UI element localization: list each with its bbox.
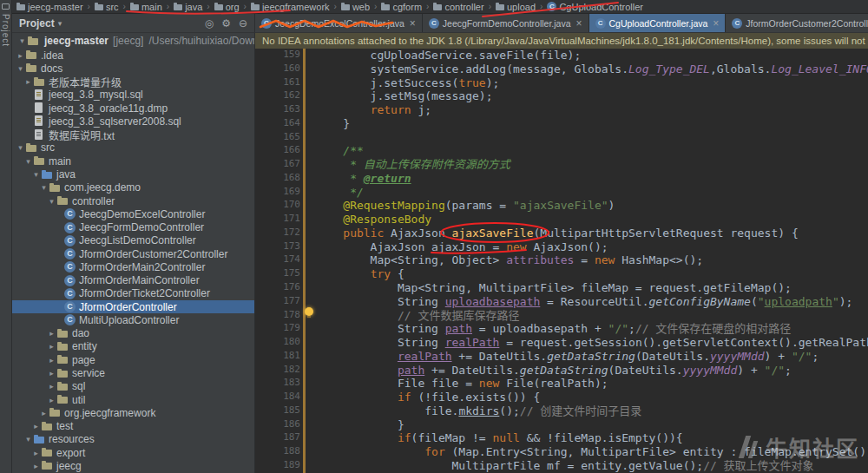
expand-arrow-icon[interactable]: ▾	[17, 36, 27, 45]
expand-arrow-icon[interactable]: ▸	[47, 369, 56, 378]
expand-arrow-icon[interactable]: ▸	[39, 409, 49, 417]
expand-arrow-icon[interactable]: ▾	[31, 170, 41, 179]
expand-arrow-icon[interactable]: ▸	[47, 382, 56, 391]
code-line[interactable]: 160 systemService.addLog(message, Global…	[255, 62, 868, 76]
tree-item[interactable]: CJformOrderTicket2Controller	[12, 287, 254, 300]
editor-tab[interactable]: CJeecgFormDemoController.java×	[423, 14, 589, 33]
expand-arrow-icon[interactable]: ▾	[16, 64, 25, 73]
expand-arrow-icon[interactable]: ▸	[47, 356, 56, 365]
code-line[interactable]: 183 File file = new File(realPath);	[255, 377, 868, 391]
line-number[interactable]: 163	[255, 103, 300, 117]
line-number[interactable]: 172	[255, 227, 300, 240]
breadcrumb-item[interactable]: java	[174, 2, 202, 12]
breadcrumb-item[interactable]: controller	[433, 2, 483, 12]
line-number[interactable]: 168	[255, 172, 300, 186]
breadcrumb-item[interactable]: jeecg-master	[16, 2, 83, 12]
breadcrumb-item[interactable]: src	[95, 2, 119, 12]
code-line[interactable]: 189 MultipartFile mf = entity.getValue()…	[255, 459, 868, 473]
expand-arrow-icon[interactable]: ▾	[23, 157, 33, 166]
code-line[interactable]: 172 public AjaxJson ajaxSaveFile(Multipa…	[255, 227, 868, 240]
tree-item[interactable]: jeecg_3.8_sqlserver2008.sql	[12, 115, 254, 128]
tree-item[interactable]: CJformOrderCustomer2Controller	[12, 247, 254, 260]
code-line[interactable]: 176 Map<String, MultipartFile> fileMap =…	[255, 281, 868, 295]
code-line[interactable]: 185 file.mkdirs();// 创建文件时间子目录	[255, 404, 868, 418]
code-line[interactable]: 166 /**	[255, 144, 868, 158]
breadcrumb-item[interactable]: CCgUploadController	[547, 2, 643, 12]
tree-item[interactable]: CJformOrderController	[12, 300, 254, 313]
close-icon[interactable]: ×	[576, 17, 582, 30]
tree-item[interactable]: ▸export	[12, 446, 254, 459]
tree-item[interactable]: ▸dao	[12, 327, 254, 340]
tree-item[interactable]: CJformOrderMain2Controller	[12, 260, 254, 273]
code-line[interactable]: 171 @ResponseBody	[255, 213, 868, 227]
tree-root-row[interactable]: ▾ jeecg-master [jeecg] /Users/huihuixiao…	[12, 33, 255, 49]
line-number[interactable]: 164	[255, 117, 300, 131]
breadcrumb-item[interactable]: upload	[496, 2, 536, 12]
tree-item[interactable]: ▸entity	[12, 340, 254, 353]
code-line[interactable]: 163 return j;	[255, 103, 868, 117]
line-number[interactable]: 187	[255, 431, 300, 445]
line-number[interactable]: 159	[255, 49, 300, 62]
tree-item[interactable]: 数据库说明.txt	[12, 128, 254, 141]
code-line[interactable]: 187 if(fileMap != null && !fileMap.isEmp…	[255, 431, 868, 445]
code-line[interactable]: 188 for (Map.Entry<String, MultipartFile…	[255, 445, 868, 459]
code-line[interactable]: 181 realPath += DateUtils.getDataString(…	[255, 350, 868, 364]
chevron-down-icon[interactable]: ▾	[58, 19, 62, 28]
code-line[interactable]: 173 AjaxJson ajaxJson = new AjaxJson();	[255, 240, 868, 254]
expand-arrow-icon[interactable]: ▸	[47, 396, 56, 404]
code-line[interactable]: 159 cgUploadService.saveFile(file);	[255, 49, 868, 62]
code-line[interactable]: 180 String realPath = request.getSession…	[255, 336, 868, 350]
line-number[interactable]: 160	[255, 62, 300, 76]
tree-item[interactable]: ▸org.jeecgframework	[12, 406, 254, 419]
line-number[interactable]: 179	[255, 322, 300, 336]
expand-arrow-icon[interactable]: ▸	[31, 462, 41, 470]
tree-item[interactable]: CJeecgListDemoController	[12, 234, 254, 247]
line-number[interactable]: 186	[255, 418, 300, 432]
tree-item[interactable]: ▸老版本增量升级	[12, 76, 254, 89]
tree-item[interactable]: jeecg_3.8_oracle11g.dmp	[12, 102, 254, 115]
code-line[interactable]: 178 // 文件数据库保存路径	[255, 309, 868, 323]
settings-gear-icon[interactable]: ⚙	[221, 17, 231, 30]
expand-arrow-icon[interactable]: ▾	[23, 435, 33, 443]
tree-item[interactable]: CJformOrderMainController	[12, 274, 254, 287]
expand-arrow-icon[interactable]: ▸	[47, 329, 56, 338]
line-number[interactable]: 188	[255, 445, 300, 459]
breadcrumb-item[interactable]: main	[130, 2, 162, 12]
expand-arrow-icon[interactable]: ▸	[47, 342, 56, 351]
code-line[interactable]: 184 if (!file.exists()) {	[255, 391, 868, 404]
tree-item[interactable]: ▸test	[12, 419, 254, 432]
editor-tab[interactable]: CJeecgDemoExcelController.java×	[255, 14, 423, 33]
line-number[interactable]: 169	[255, 186, 300, 200]
expand-arrow-icon[interactable]: ▸	[23, 77, 33, 86]
tree-item[interactable]: ▸jeecg	[12, 459, 254, 472]
editor-tab[interactable]: CJformOrderCustomer2Controller.java×	[726, 14, 868, 33]
tree-item[interactable]: jeecg_3.8_mysql.sql	[12, 89, 254, 102]
expand-arrow-icon[interactable]: ▾	[16, 143, 25, 152]
line-number[interactable]: 184	[255, 391, 300, 404]
code-line[interactable]: 161 j.setSuccess(true);	[255, 76, 868, 90]
line-number[interactable]: 176	[255, 281, 300, 295]
breadcrumb-item[interactable]: web	[341, 2, 370, 12]
line-number[interactable]: 161	[255, 76, 300, 90]
code-line[interactable]: 169 */	[255, 186, 868, 200]
locate-file-icon[interactable]: ◎	[205, 17, 214, 30]
tree-item[interactable]: ▾main	[12, 154, 254, 168]
line-number[interactable]: 165	[255, 131, 300, 145]
intention-bulb-icon[interactable]	[305, 307, 313, 316]
line-number[interactable]: 183	[255, 377, 300, 391]
tree-item[interactable]: ▾docs	[12, 62, 254, 75]
code-line[interactable]: 168 * @return	[255, 172, 868, 186]
line-number[interactable]: 170	[255, 199, 300, 213]
line-number[interactable]: 171	[255, 213, 300, 227]
code-line[interactable]: 165	[255, 131, 868, 145]
breadcrumb-item[interactable]: cgform	[381, 2, 422, 12]
tree-item[interactable]: ▾resources	[12, 433, 254, 446]
code-line[interactable]: 164 }	[255, 117, 868, 131]
line-number[interactable]: 189	[255, 459, 300, 473]
code-line[interactable]: 175 try {	[255, 267, 868, 281]
line-number[interactable]: 177	[255, 295, 300, 309]
breadcrumb-item[interactable]: jeecgframework	[251, 2, 330, 12]
code-line[interactable]: 182 path += DateUtils.getDataString(Date…	[255, 364, 868, 378]
tree-item[interactable]: CJeecgFormDemoController	[12, 220, 254, 233]
code-line[interactable]: 162 j.setMsg(message);	[255, 89, 868, 103]
